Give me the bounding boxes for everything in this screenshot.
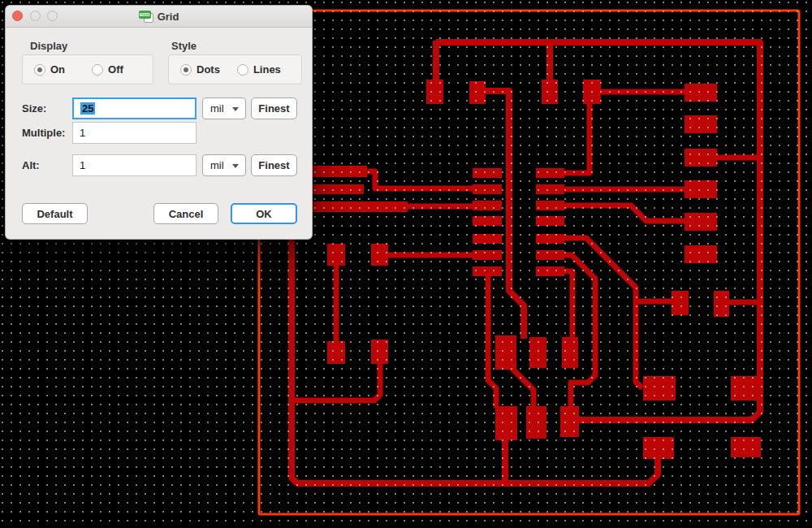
multiple-label: Multiple: <box>22 127 65 139</box>
default-button[interactable]: Default <box>22 203 88 224</box>
size-unit-value: mil <box>210 102 224 115</box>
radio-style-dots-label: Dots <box>197 63 220 76</box>
alt-input[interactable]: 1 <box>72 154 197 176</box>
multiple-input[interactable]: 1 <box>72 122 197 144</box>
alt-unit-value: mil <box>210 159 224 171</box>
screen: { "window": { "title": "Grid", "icon": "… <box>0 0 812 528</box>
alt-label: Alt: <box>22 159 40 171</box>
alt-input-value: 1 <box>80 159 85 171</box>
size-unit-select[interactable]: mil <box>202 97 246 119</box>
close-button[interactable] <box>12 11 23 21</box>
size-input[interactable]: 25 <box>72 97 197 119</box>
minimize-button-disabled <box>30 11 41 21</box>
radio-style-lines-label: Lines <box>253 63 281 76</box>
radio-display-on-label: On <box>50 63 65 76</box>
chevron-down-icon <box>232 164 239 168</box>
style-group: Dots Lines <box>168 54 302 84</box>
chevron-down-icon <box>232 107 239 111</box>
size-label: Size: <box>22 102 46 115</box>
radio-display-off-label: Off <box>108 63 123 76</box>
window-title: Grid <box>158 11 179 23</box>
display-group: On Off <box>22 54 153 84</box>
multiple-input-value: 1 <box>80 127 85 139</box>
size-finest-button[interactable]: Finest <box>251 97 297 119</box>
alt-finest-button[interactable]: Finest <box>251 154 297 176</box>
style-group-label: Style <box>171 40 197 52</box>
size-input-selected-text: 25 <box>80 102 95 115</box>
ok-button[interactable]: OK <box>231 203 297 224</box>
alt-unit-select[interactable]: mil <box>202 154 246 176</box>
display-group-label: Display <box>30 40 67 52</box>
radio-style-dots[interactable] <box>180 64 192 76</box>
cancel-button[interactable]: Cancel <box>153 203 218 224</box>
grid-dialog: BRD Grid Display On Off Style Dots Lines… <box>5 5 313 240</box>
radio-display-on[interactable] <box>34 64 45 76</box>
brd-document-icon: BRD <box>139 10 153 23</box>
radio-display-off[interactable] <box>92 64 103 76</box>
dialog-titlebar[interactable]: BRD Grid <box>6 6 312 28</box>
zoom-button-disabled <box>47 11 58 21</box>
radio-style-lines[interactable] <box>237 64 248 76</box>
